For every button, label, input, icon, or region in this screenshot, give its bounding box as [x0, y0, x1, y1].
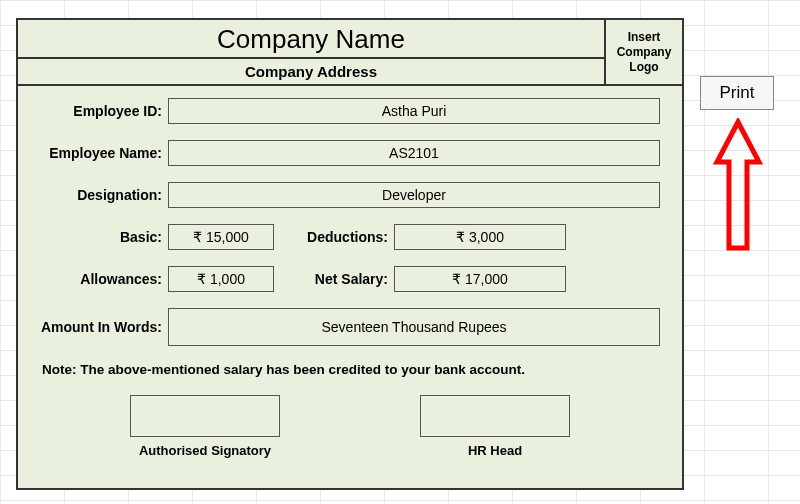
row-amount-words: Amount In Words: Seventeen Thousand Rupe…	[40, 308, 660, 346]
print-button[interactable]: Print	[700, 76, 774, 110]
signature-row: Authorised Signatory HR Head	[40, 395, 660, 458]
row-employee-name: Employee Name: AS2101	[40, 140, 660, 166]
signature-hr: HR Head	[420, 395, 570, 458]
logo-placeholder: Insert Company Logo	[606, 20, 682, 84]
company-name: Company Name	[18, 20, 606, 59]
label-employee-id: Employee ID:	[40, 103, 168, 119]
label-designation: Designation:	[40, 187, 168, 203]
value-employee-id[interactable]: Astha Puri	[168, 98, 660, 124]
label-employee-name: Employee Name:	[40, 145, 168, 161]
salary-slip-card: Company Name Company Address Insert Comp…	[16, 18, 684, 490]
value-deductions[interactable]: ₹ 3,000	[394, 224, 566, 250]
label-basic: Basic:	[40, 229, 168, 245]
value-employee-name[interactable]: AS2101	[168, 140, 660, 166]
value-basic[interactable]: ₹ 15,000	[168, 224, 274, 250]
header-row: Company Name Company Address Insert Comp…	[18, 20, 682, 86]
label-allowances: Allowances:	[40, 271, 168, 287]
row-designation: Designation: Developer	[40, 182, 660, 208]
row-basic-deductions: Basic: ₹ 15,000 Deductions: ₹ 3,000	[40, 224, 660, 250]
signature-box-hr[interactable]	[420, 395, 570, 437]
row-employee-id: Employee ID: Astha Puri	[40, 98, 660, 124]
form-body: Employee ID: Astha Puri Employee Name: A…	[18, 86, 682, 466]
row-allowances-net: Allowances: ₹ 1,000 Net Salary: ₹ 17,000	[40, 266, 660, 292]
credit-note: Note: The above-mentioned salary has bee…	[42, 362, 660, 377]
signature-label-authorised: Authorised Signatory	[139, 443, 271, 458]
value-net-salary[interactable]: ₹ 17,000	[394, 266, 566, 292]
signature-box-authorised[interactable]	[130, 395, 280, 437]
value-designation[interactable]: Developer	[168, 182, 660, 208]
signature-authorised: Authorised Signatory	[130, 395, 280, 458]
signature-label-hr: HR Head	[468, 443, 522, 458]
value-allowances[interactable]: ₹ 1,000	[168, 266, 274, 292]
label-amount-words: Amount In Words:	[40, 319, 168, 335]
label-net-salary: Net Salary:	[288, 271, 394, 287]
value-amount-words[interactable]: Seventeen Thousand Rupees	[168, 308, 660, 346]
label-deductions: Deductions:	[288, 229, 394, 245]
arrow-annotation-icon	[713, 118, 763, 258]
company-address: Company Address	[18, 59, 606, 84]
